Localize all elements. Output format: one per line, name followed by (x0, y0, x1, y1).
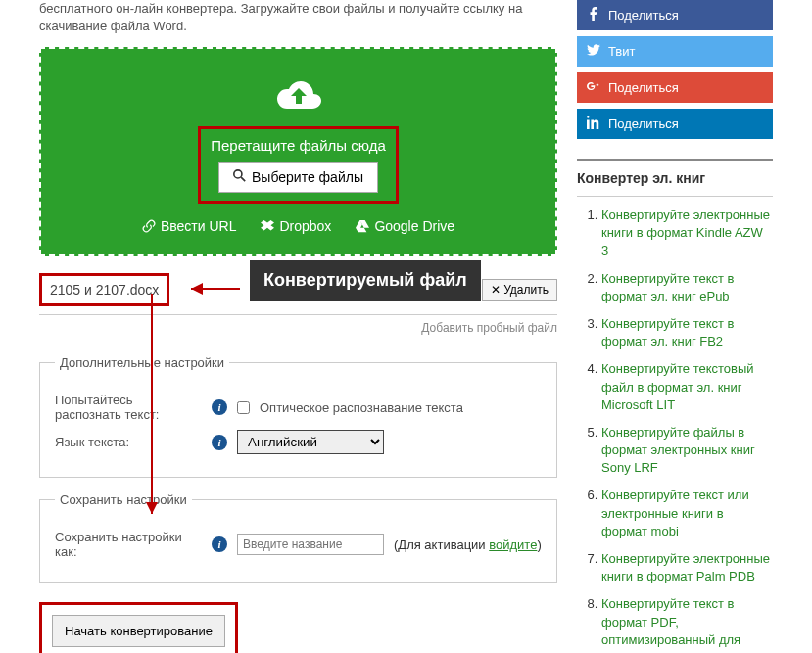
ocr-row-label: Попытайтесь распознать текст: (55, 393, 202, 422)
file-name: 2105 и 2107.docx (39, 273, 169, 306)
gdrive-icon (356, 219, 369, 233)
ebook-link[interactable]: Конвертируйте текстовый файл в формат эл… (601, 361, 754, 411)
share-fb-label: Поделиться (608, 8, 679, 23)
save-name-input[interactable] (237, 534, 384, 555)
share-twitter-button[interactable]: Твит (577, 36, 773, 67)
ebook-link[interactable]: Конвертируйте текст в формат эл. книг eP… (601, 271, 734, 303)
dropzone-title: Перетащите файлы сюда (211, 137, 386, 154)
ebook-link[interactable]: Конвертируйте электронные книги в формат… (601, 551, 770, 583)
enter-url-link[interactable]: Ввести URL (142, 218, 237, 234)
start-convert-button[interactable]: Начать конвертирование (52, 615, 225, 647)
login-link[interactable]: войдите (489, 537, 537, 552)
dropbox-label: Dropbox (279, 218, 331, 234)
gdrive-link[interactable]: Google Drive (356, 218, 454, 234)
ebook-link[interactable]: Конвертируйте файлы в формат электронных… (601, 425, 755, 475)
ocr-checkbox[interactable] (237, 401, 250, 414)
delete-label: Удалить (503, 283, 549, 297)
settings-legend: Дополнительные настройки (55, 355, 229, 370)
save-as-label: Сохранить настройки как: (55, 530, 202, 559)
share-gp-label: Поделиться (608, 80, 679, 95)
ebook-link[interactable]: Конвертируйте текст в формат эл. книг FB… (601, 316, 734, 349)
language-select[interactable]: Английский (237, 430, 384, 454)
share-facebook-button[interactable]: Поделиться (577, 0, 773, 30)
url-label: Ввести URL (161, 218, 237, 234)
svg-line-1 (241, 178, 245, 182)
dropbox-icon (261, 219, 274, 233)
login-hint: (Для активации войдите) (394, 537, 542, 552)
file-row: 2105 и 2107.docx 24.47 KB ✕ Удалить Конв… (39, 265, 557, 315)
lang-label: Язык текста: (55, 435, 202, 449)
file-dropzone[interactable]: Перетащите файлы сюда Выберите файлы Вве… (39, 47, 557, 256)
highlight-box-dropzone: Перетащите файлы сюда Выберите файлы (198, 126, 399, 204)
save-legend: Сохранить настройки (55, 492, 192, 507)
select-files-label: Выберите файлы (252, 169, 363, 185)
search-icon (233, 169, 246, 185)
tooltip-overlay: Конвертируемый файл (250, 260, 481, 301)
ebook-converter-list: Конвертируйте электронные книги в формат… (577, 207, 773, 653)
ebook-converter-heading: Конвертер эл. книг (577, 159, 773, 197)
info-icon[interactable]: i (212, 435, 227, 450)
intro-text: бесплатного он-лайн конвертера. Загружай… (39, 0, 557, 35)
cloud-upload-icon (61, 76, 536, 118)
googleplus-icon (587, 79, 600, 96)
facebook-icon (587, 7, 600, 23)
highlight-box-convert: Начать конвертирование (39, 602, 238, 653)
svg-point-0 (234, 170, 242, 178)
close-icon: ✕ (491, 283, 501, 297)
share-googleplus-button[interactable]: Поделиться (577, 72, 773, 103)
add-trial-link[interactable]: Добавить пробный файл (39, 315, 557, 341)
ebook-link[interactable]: Конвертируйте текст или электронные книг… (601, 488, 749, 537)
delete-button[interactable]: ✕ Удалить (482, 279, 557, 301)
share-in-label: Поделиться (608, 117, 679, 131)
dropbox-link[interactable]: Dropbox (261, 218, 331, 234)
select-files-button[interactable]: Выберите файлы (218, 162, 378, 193)
additional-settings-group: Дополнительные настройки Попытайтесь рас… (39, 355, 557, 478)
share-tw-label: Твит (608, 44, 636, 59)
linkedin-icon (587, 116, 600, 132)
ebook-link[interactable]: Конвертируйте текст в формат PDF, оптими… (601, 596, 740, 653)
ebook-link[interactable]: Конвертируйте электронные книги в формат… (601, 208, 770, 257)
info-icon[interactable]: i (212, 536, 227, 552)
info-icon[interactable]: i (212, 399, 227, 415)
twitter-icon (587, 43, 600, 60)
ocr-checkbox-label: Оптическое распознавание текста (260, 400, 463, 415)
link-icon (142, 219, 156, 233)
save-settings-group: Сохранить настройки Сохранить настройки … (39, 492, 557, 583)
gdrive-label: Google Drive (374, 218, 454, 234)
share-linkedin-button[interactable]: Поделиться (577, 109, 773, 139)
